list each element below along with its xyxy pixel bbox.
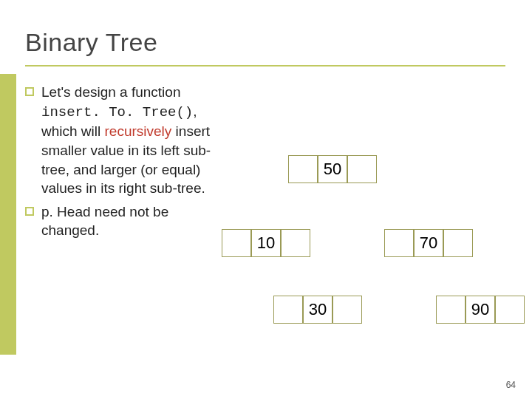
highlight-run: recursively — [105, 123, 172, 139]
node-ptr-left — [384, 229, 414, 257]
tree-diagram: 50 10 70 30 90 — [222, 140, 532, 377]
code-run: insert. To. Tree() — [41, 104, 193, 120]
node-value: 10 — [251, 229, 281, 257]
node-ptr-right — [443, 229, 473, 257]
node-value: 90 — [466, 296, 495, 324]
page-title: Binary Tree — [25, 28, 157, 57]
node-value: 30 — [303, 296, 332, 324]
body-text: Let's design a function insert. To. Tree… — [25, 83, 217, 245]
node-value: 50 — [318, 155, 347, 183]
node-ptr-right — [495, 296, 525, 324]
accent-bar — [0, 74, 16, 355]
title-underline — [25, 65, 505, 66]
text-run: Let's design a function — [41, 84, 180, 100]
bullet-icon — [25, 207, 34, 216]
node-ptr-left — [222, 229, 251, 257]
page-number: 64 — [506, 380, 516, 390]
text-run: p. Head need not be changed. — [41, 204, 168, 239]
bullet-text: Let's design a function insert. To. Tree… — [41, 83, 217, 198]
node-ptr-left — [273, 296, 303, 324]
node-ptr-left — [288, 155, 318, 183]
bullet-item: p. Head need not be changed. — [25, 202, 217, 240]
tree-node-root: 50 — [288, 155, 377, 183]
slide: Binary Tree Let's design a function inse… — [0, 0, 532, 399]
tree-node: 30 — [273, 296, 362, 324]
tree-node: 10 — [222, 229, 310, 257]
tree-node: 70 — [384, 229, 473, 257]
node-ptr-right — [347, 155, 377, 183]
bullet-icon — [25, 87, 34, 96]
bullet-text: p. Head need not be changed. — [41, 202, 217, 240]
node-value: 70 — [414, 229, 443, 257]
bullet-item: Let's design a function insert. To. Tree… — [25, 83, 217, 198]
node-ptr-right — [281, 229, 310, 257]
tree-node: 90 — [436, 296, 525, 324]
node-ptr-left — [436, 296, 466, 324]
node-ptr-right — [332, 296, 362, 324]
